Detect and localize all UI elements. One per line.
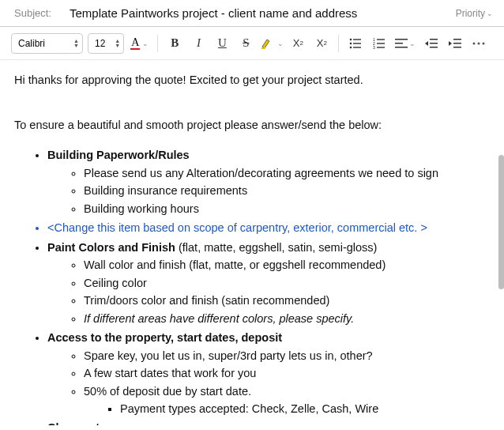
list-item-placeholder: <Change this item based on scope of carp… xyxy=(47,219,490,236)
more-button[interactable] xyxy=(469,34,488,53)
list-item: Wall color and finish (flat, matte, or e… xyxy=(84,256,490,273)
body-greeting: Hi thanks for approving the quote! Excit… xyxy=(14,71,490,89)
separator xyxy=(157,35,158,52)
list-item: Building working hours xyxy=(84,200,490,217)
list-item: Please send us any Alteration/decorating… xyxy=(84,164,490,182)
strikethrough-button[interactable]: S xyxy=(236,34,255,53)
section-head: Paint Colors and Finish xyxy=(47,241,175,254)
svg-rect-18 xyxy=(430,47,438,48)
outdent-icon xyxy=(425,39,438,48)
priority-label: Priority xyxy=(456,8,485,19)
more-icon xyxy=(472,42,485,45)
subject-label: Subject: xyxy=(14,7,58,19)
svg-rect-15 xyxy=(395,47,408,48)
svg-rect-13 xyxy=(395,39,408,40)
svg-rect-16 xyxy=(430,39,438,40)
indent-icon xyxy=(449,39,461,48)
list-item: A few start dates that work for you xyxy=(84,364,490,382)
svg-point-3 xyxy=(350,42,352,44)
align-button[interactable]: ⌄ xyxy=(393,34,417,53)
priority-dropdown[interactable]: Priority ⌄ xyxy=(456,8,493,19)
list-item: If different areas have different colors… xyxy=(84,310,490,327)
section-head: Building Paperwork/Rules xyxy=(47,149,190,161)
indent-button[interactable] xyxy=(446,34,465,53)
body-intro: To ensure a beautiful and smooth project… xyxy=(14,116,490,134)
svg-point-5 xyxy=(350,46,352,48)
bullet-list-button[interactable] xyxy=(346,34,365,53)
email-body[interactable]: Hi thanks for approving the quote! Excit… xyxy=(0,60,504,425)
list-item: Ceiling color xyxy=(84,274,490,292)
svg-rect-10 xyxy=(377,43,385,43)
stepper-icon: ▲▼ xyxy=(73,39,79,48)
list-item: Trim/doors color and finish (satin recom… xyxy=(84,292,490,309)
superscript-button[interactable]: X2 xyxy=(288,34,307,53)
chevron-down-icon: ⌄ xyxy=(142,40,149,47)
numbered-list-button[interactable]: 1 2 3 xyxy=(370,34,389,53)
svg-rect-4 xyxy=(353,43,361,43)
svg-point-24 xyxy=(483,42,485,44)
outdent-button[interactable] xyxy=(422,34,441,53)
svg-rect-0 xyxy=(261,47,265,49)
font-family-value: Calibri xyxy=(18,38,45,49)
stepper-icon: ▲▼ xyxy=(115,39,120,48)
subject-row: Subject: Priority ⌄ xyxy=(0,0,504,27)
svg-rect-8 xyxy=(377,39,385,40)
svg-rect-2 xyxy=(353,39,361,40)
svg-point-22 xyxy=(473,42,476,44)
svg-rect-19 xyxy=(453,39,461,40)
list-item: Building insurance requirements xyxy=(84,182,490,199)
list-item: Access to the property, start dates, dep… xyxy=(47,329,490,417)
separator xyxy=(338,35,339,52)
list-item: Spare key, you let us in, super/3rd part… xyxy=(84,347,490,364)
bold-button[interactable]: B xyxy=(165,34,184,53)
list-item: Payment types accepted: Check, Zelle, Ca… xyxy=(120,400,490,417)
svg-point-23 xyxy=(478,42,480,44)
svg-text:3: 3 xyxy=(373,45,375,49)
highlighter-icon xyxy=(260,36,277,51)
chevron-down-icon: ⌄ xyxy=(277,40,284,47)
chevron-down-icon: ⌄ xyxy=(409,40,416,47)
svg-rect-17 xyxy=(430,43,438,44)
scrollbar-thumb[interactable] xyxy=(498,155,504,289)
font-family-select[interactable]: Calibri ▲▼ xyxy=(11,33,83,54)
bullet-list-icon xyxy=(349,38,362,49)
list-item: 50% of deposit due by start date. Paymen… xyxy=(84,383,490,418)
chevron-down-icon: ⌄ xyxy=(487,9,493,17)
svg-point-1 xyxy=(350,38,352,40)
svg-rect-12 xyxy=(377,47,385,47)
align-icon xyxy=(395,39,408,48)
numbered-list-icon: 1 2 3 xyxy=(373,38,386,49)
italic-button[interactable]: I xyxy=(189,34,208,53)
list-item: Close out Will you be available in the a… xyxy=(47,419,490,425)
font-size-value: 12 xyxy=(95,38,105,49)
svg-rect-14 xyxy=(395,43,403,44)
font-color-icon: A xyxy=(130,37,140,50)
list-item: Building Paperwork/Rules Please send us … xyxy=(47,146,490,217)
svg-rect-20 xyxy=(453,43,461,44)
svg-rect-6 xyxy=(353,47,361,47)
svg-rect-21 xyxy=(453,47,461,48)
font-color-button[interactable]: A ⌄ xyxy=(129,36,150,51)
underline-button[interactable]: U xyxy=(213,34,231,53)
formatting-toolbar: Calibri ▲▼ 12 ▲▼ A ⌄ B I U S ⌄ X2 X2 1 2… xyxy=(0,27,504,60)
list-item: Paint Colors and Finish (flat, matte, eg… xyxy=(47,239,490,327)
section-tail: (flat, matte, eggshell, satin, semi-glos… xyxy=(175,241,377,254)
highlight-button[interactable]: ⌄ xyxy=(260,34,284,53)
subject-input[interactable] xyxy=(70,6,445,20)
subscript-button[interactable]: X2 xyxy=(312,34,331,53)
font-size-select[interactable]: 12 ▲▼ xyxy=(88,33,124,54)
section-head: Close out xyxy=(47,421,100,425)
section-head: Access to the property, start dates, dep… xyxy=(47,331,282,344)
